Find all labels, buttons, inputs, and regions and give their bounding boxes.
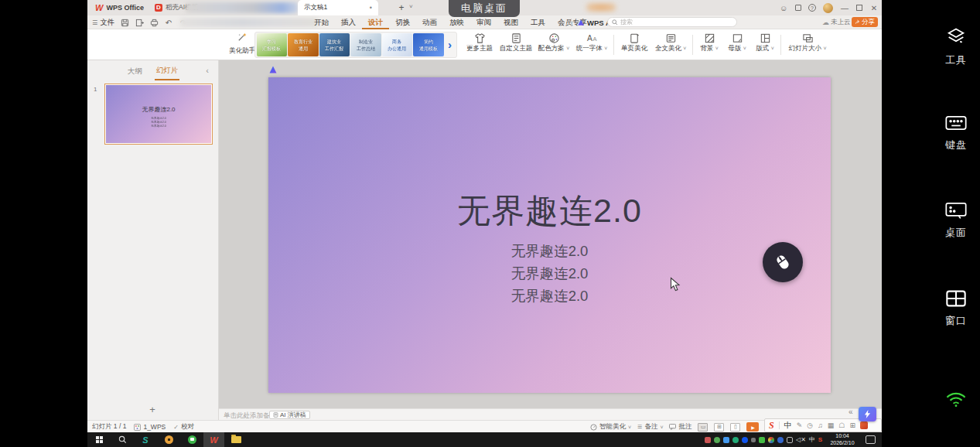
template-card[interactable]: 简约通用模板 [413, 33, 444, 56]
taskbar-clock[interactable]: 10:04 2026/2/10 [824, 433, 861, 446]
action-center-icon[interactable] [866, 435, 876, 444]
taskbar-app-orange[interactable] [157, 432, 180, 447]
taskbar-sogou-app[interactable]: S [134, 432, 157, 447]
tray-app-icon[interactable] [723, 437, 729, 443]
normal-view-button[interactable]: ▭ [698, 423, 708, 432]
template-card[interactable]: 建筑业工作汇报 [319, 33, 350, 56]
collapse-chevron-icon[interactable]: « [849, 408, 853, 416]
layout-button[interactable]: 版式 ˅ [753, 31, 777, 59]
ime-extra-icon[interactable] [860, 421, 868, 429]
custom-theme-button[interactable]: 自定义主题 [498, 31, 534, 59]
tab-close-icon[interactable]: • [370, 4, 372, 12]
workspace-icon[interactable] [795, 5, 801, 11]
tab-outline[interactable]: 大纲 [126, 63, 144, 80]
background-button[interactable]: 背景 ˅ [697, 31, 722, 59]
tab-view[interactable]: 视图 [497, 15, 524, 29]
ai-assistant-bubble[interactable] [859, 407, 876, 421]
tray-ime-mode[interactable]: 中 [809, 435, 815, 444]
minimize-button[interactable]: — [840, 4, 849, 12]
tray-pinwheel-icon[interactable] [768, 437, 774, 443]
template-gallery-more-icon[interactable]: › [444, 33, 456, 56]
ime-keyboard-icon[interactable]: ▦ [828, 421, 835, 429]
beautify-assistant-button[interactable]: 美化助手 [227, 31, 258, 59]
undo-icon[interactable]: ↶ [164, 18, 173, 27]
ime-logo[interactable]: S [769, 420, 774, 432]
slide-master-button[interactable]: 母版 ˅ [725, 31, 750, 59]
tab-list-caret-icon[interactable]: ˅ [409, 3, 413, 10]
unify-font-button[interactable]: AA 统一字体 ˅ [574, 31, 610, 59]
tray-app-icon[interactable] [777, 437, 784, 443]
slide-size-button[interactable]: 幻灯片大小 ˅ [785, 31, 830, 59]
doc-beautify-button[interactable]: 全文美化 ˅ [652, 31, 689, 59]
color-scheme-button[interactable]: 配色方案 ˅ [535, 31, 572, 59]
taskbar-wps-app-active[interactable]: W [203, 432, 224, 447]
rail-windows-button[interactable]: 窗口 [936, 288, 976, 328]
tab-slideshow[interactable]: 放映 [443, 15, 470, 29]
restore-button[interactable] [856, 5, 862, 11]
search-input[interactable] [620, 19, 721, 26]
ime-mode-indicator[interactable]: 中 [784, 420, 792, 431]
tab-slides[interactable]: 幻灯片 [155, 63, 180, 80]
ime-clock-icon[interactable]: ◷ [807, 421, 813, 429]
tab-design[interactable]: 设计 [362, 15, 389, 29]
slide-sorter-view-button[interactable]: ⊞ [714, 423, 724, 432]
tab-transition[interactable]: 切换 [389, 15, 416, 29]
virtual-mouse-button[interactable] [763, 242, 803, 282]
wps-ai-float-icon[interactable] [268, 63, 278, 77]
print-icon[interactable] [149, 18, 159, 27]
start-button[interactable] [87, 432, 111, 447]
document-tab[interactable]: 示文稿1 • [298, 0, 378, 15]
add-slide-button[interactable]: + [146, 404, 159, 415]
cloud-status[interactable]: ☁ 未上云 [822, 15, 851, 29]
slideshow-play-button[interactable]: ▶ [746, 422, 759, 432]
ime-pen-icon[interactable]: ✎ [797, 421, 803, 429]
tab-home[interactable]: 开始 [308, 15, 335, 29]
slide-title-text[interactable]: 无界趣连2.0 [268, 189, 831, 234]
template-card[interactable]: 商务办公通用 [382, 33, 413, 56]
tray-display-icon[interactable] [787, 437, 793, 443]
ai-script-button[interactable]: AI 演讲稿 [269, 411, 310, 419]
feedback-smiley-icon[interactable]: ☺ [779, 4, 788, 12]
tray-app-icon[interactable] [732, 437, 739, 443]
theme-entry[interactable]: 1_WPS [134, 423, 166, 431]
tray-sogou-icon[interactable]: S [818, 436, 822, 443]
smart-beautify-button[interactable]: 智能美化 ˅ [590, 422, 631, 432]
tray-app-icon[interactable] [759, 437, 765, 443]
more-themes-button[interactable]: 更多主题 [463, 31, 497, 59]
slide-subtitle-text[interactable]: 无界趣连2.0 无界趣连2.0 无界趣连2.0 [268, 240, 831, 307]
tray-app-icon[interactable] [742, 437, 748, 443]
slide-canvas[interactable]: 无界趣连2.0 无界趣连2.0 无界趣连2.0 无界趣连2.0 [268, 77, 831, 393]
ime-skin-icon[interactable]: ☖ [838, 421, 845, 429]
file-menu[interactable]: ☰ 文件 [92, 15, 114, 29]
tray-app-icon[interactable] [705, 437, 711, 443]
tray-app-icon[interactable] [714, 437, 720, 443]
help-icon[interactable]: ? [808, 4, 816, 12]
new-tab-button[interactable]: + [396, 2, 407, 13]
command-search[interactable] [607, 17, 737, 27]
rail-keyboard-button[interactable]: 键盘 [936, 113, 976, 152]
tab-review[interactable]: 审阅 [470, 15, 497, 29]
template-card[interactable]: 制造业工作总结 [350, 33, 381, 56]
save-icon[interactable] [120, 18, 129, 27]
rail-desktop-button[interactable]: 桌面 [936, 200, 976, 240]
ime-voice-icon[interactable]: ♫ [818, 421, 823, 429]
page-beautify-button[interactable]: 单页美化 [618, 31, 650, 59]
notes-toggle-button[interactable]: ☰ 备注 ˅ [637, 422, 663, 432]
tab-tools[interactable]: 工具 [524, 15, 551, 29]
comments-button[interactable]: 批注 [669, 422, 691, 432]
ime-toolbox-icon[interactable]: ⊞ [849, 421, 855, 429]
close-button[interactable]: ✕ [869, 4, 879, 12]
template-card[interactable]: 教育行业通用 [288, 33, 319, 56]
taskbar-app-green[interactable] [180, 432, 203, 447]
tab-insert[interactable]: 插入 [335, 15, 362, 29]
output-icon[interactable] [135, 18, 144, 27]
tray-app-icon[interactable] [751, 438, 756, 442]
user-avatar[interactable] [823, 3, 833, 13]
tray-volume-icon[interactable]: ◁✕ [796, 436, 806, 443]
share-button[interactable]: 分享 [852, 17, 878, 27]
taskbar-file-explorer[interactable] [224, 432, 248, 447]
reading-view-button[interactable]: ▯ [730, 423, 740, 432]
taskbar-search-button[interactable] [111, 432, 134, 447]
proofread-entry[interactable]: ✓ 校对 [173, 422, 194, 432]
template-card[interactable]: 学习汇报模板 [257, 33, 288, 56]
